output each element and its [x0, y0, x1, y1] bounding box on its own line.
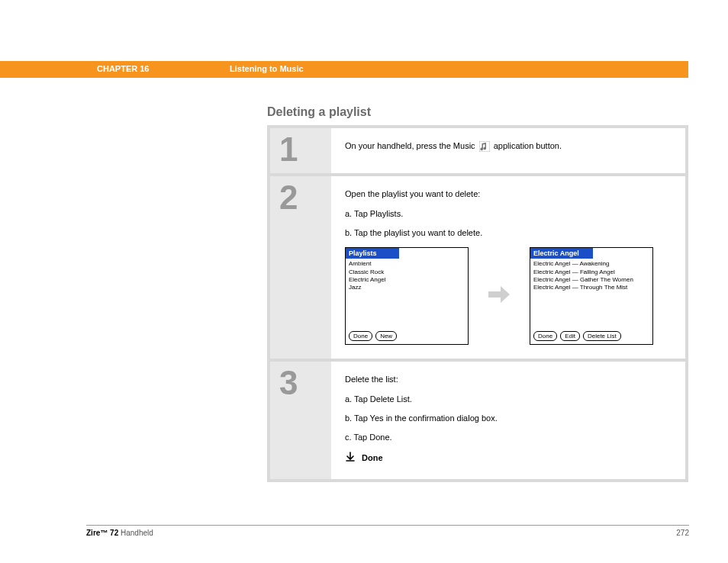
arrow-right-icon: [485, 281, 513, 311]
svg-rect-0: [479, 141, 490, 152]
product-bold: Zire™ 72: [86, 529, 118, 537]
text-after: application button.: [494, 141, 562, 150]
steps-table: 1 On your handheld, press the Music appl…: [267, 125, 688, 482]
list-item: Electric Angel — Gather The Women: [533, 276, 649, 284]
step-body: Delete the list: a. Tap Delete List. b. …: [331, 362, 685, 479]
list-item: Classic Rock: [349, 269, 465, 276]
step-number: 3: [270, 362, 331, 479]
product-rest: Handheld: [118, 529, 153, 537]
list-item: Ambient: [349, 260, 465, 268]
sub-step: c. Tap Done.: [345, 432, 672, 443]
palm-list: Electric Angel — Awakening Electric Ange…: [530, 259, 652, 329]
palm-title: Playlists: [346, 248, 399, 259]
list-item: Electric Angel — Falling Angel: [533, 269, 649, 276]
palm-list: Ambient Classic Rock Electric Angel Jazz: [346, 259, 468, 329]
step-intro: Delete the list:: [345, 374, 672, 385]
step-body: On your handheld, press the Music applic…: [331, 128, 685, 173]
palm-buttons: Done New: [346, 329, 468, 344]
done-indicator: Done: [345, 452, 672, 465]
step-intro: Open the playlist you want to delete:: [345, 188, 672, 200]
chapter-title: Listening to Music: [230, 64, 304, 73]
section-title: Deleting a playlist: [267, 105, 371, 119]
palm-screen-playlists: Playlists Ambient Classic Rock Electric …: [345, 247, 469, 346]
done-button[interactable]: Done: [349, 331, 372, 341]
edit-button[interactable]: Edit: [560, 331, 580, 341]
list-item: Jazz: [349, 284, 465, 291]
sub-step: b. Tap Yes in the confirmation dialog bo…: [345, 413, 672, 424]
delete-list-button[interactable]: Delete List: [583, 331, 621, 341]
step-row: 1 On your handheld, press the Music appl…: [270, 128, 685, 176]
list-item: Electric Angel — Awakening: [533, 260, 649, 268]
screenshots-row: Playlists Ambient Classic Rock Electric …: [345, 247, 672, 346]
sub-step: b. Tap the playlist you want to delete.: [345, 227, 672, 239]
sub-steps: a. Tap Delete List. b. Tap Yes in the co…: [345, 394, 672, 444]
palm-title: Electric Angel: [530, 248, 593, 259]
palm-screen-playlist-detail: Electric Angel Electric Angel — Awakenin…: [530, 247, 653, 346]
sub-step: a. Tap Delete List.: [345, 394, 672, 405]
list-item: Electric Angel: [349, 276, 465, 284]
step-row: 2 Open the playlist you want to delete: …: [270, 176, 685, 362]
step-number: 1: [270, 128, 331, 173]
done-button[interactable]: Done: [533, 331, 557, 341]
new-button[interactable]: New: [375, 331, 397, 341]
done-label: Done: [362, 452, 383, 464]
list-item: Electric Angel — Through The Mist: [533, 284, 649, 291]
page-footer: Zire™ 72 Handheld 272: [86, 525, 689, 537]
step-body: Open the playlist you want to delete: a.…: [331, 176, 685, 359]
step-row: 3 Delete the list: a. Tap Delete List. b…: [270, 362, 685, 479]
product-name: Zire™ 72 Handheld: [86, 529, 153, 537]
palm-buttons: Done Edit Delete List: [530, 329, 652, 344]
chapter-label: CHAPTER 16: [97, 64, 149, 73]
chapter-header: CHAPTER 16 Listening to Music: [0, 61, 688, 78]
done-arrow-icon: [345, 452, 356, 465]
sub-step: a. Tap Playlists.: [345, 208, 672, 220]
text-before: On your handheld, press the Music: [345, 141, 478, 150]
step-text: On your handheld, press the Music applic…: [345, 140, 672, 152]
step-number: 2: [270, 176, 331, 359]
sub-steps: a. Tap Playlists. b. Tap the playlist yo…: [345, 208, 672, 240]
page-number: 272: [676, 529, 689, 537]
music-note-icon: [479, 141, 490, 152]
